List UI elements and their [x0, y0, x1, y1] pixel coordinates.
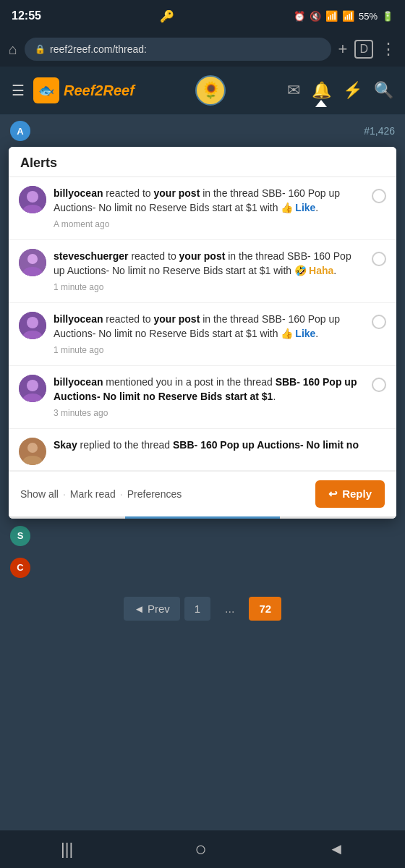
page-spacer: [0, 636, 405, 737]
svg-point-1: [27, 191, 38, 203]
search-icon[interactable]: 🔍: [374, 81, 393, 100]
thread-row-2: S: [0, 519, 405, 553]
alert-avatar-5: [19, 438, 46, 465]
alert-content-2: steveschuerger reacted to your post in t…: [54, 249, 364, 294]
pagination-dots: ...: [215, 597, 244, 621]
url-bar[interactable]: 🔒 reef2reef.com/thread:: [25, 38, 331, 61]
page-72-button[interactable]: 72: [249, 597, 281, 621]
alert-content-1: billyocean reacted to your post in the t…: [54, 186, 364, 231]
alerts-footer: Show all · Mark read · Preferences ↩ Rep…: [9, 471, 396, 516]
post-count: #1,426: [364, 125, 395, 137]
alert-avatar-3: [19, 312, 46, 339]
alert-time-2: 1 minute ago: [54, 281, 364, 294]
alert-item-3[interactable]: billyocean reacted to your post in the t…: [9, 303, 396, 366]
lock-icon: 🔒: [35, 44, 46, 54]
bottom-nav-bar: ||| ○ ◄: [0, 830, 405, 868]
alert-item-5[interactable]: Skay replied to the thread SBB- 160 Pop …: [9, 429, 396, 471]
svg-point-13: [27, 443, 38, 453]
alert-time-3: 1 minute ago: [54, 344, 364, 357]
battery-level: 55%: [359, 11, 378, 22]
thread-indicator-c: C: [10, 558, 30, 578]
scroll-track: [125, 516, 280, 519]
status-icons: ⏰ 🔇 📶 📶 55% 🔋: [294, 10, 393, 22]
logo-icon: 🐟: [33, 77, 59, 103]
alert-read-circle-1[interactable]: [372, 189, 386, 203]
bell-icon-wrapper[interactable]: 🔔: [312, 81, 331, 100]
scroll-indicator: [9, 516, 396, 519]
key-icon: 🔑: [160, 9, 174, 23]
alert-text-5: replied to the thread SBB- 160 Pop up Au…: [77, 439, 359, 451]
thread-row-background: A #1,426: [0, 115, 405, 147]
home-button[interactable]: ⌂: [9, 41, 17, 58]
status-time: 12:55: [12, 9, 41, 22]
alert-username-3[interactable]: billyocean: [54, 313, 103, 325]
alert-username-5[interactable]: Skay: [54, 439, 77, 451]
thread-indicator-s: S: [10, 526, 30, 546]
status-bar: 12:55 🔑 ⏰ 🔇 📶 📶 55% 🔋: [0, 0, 405, 32]
nav-home-button[interactable]: ○: [195, 838, 207, 861]
preferences-link[interactable]: Preferences: [127, 488, 182, 500]
alert-avatar-2: [19, 249, 46, 276]
alarm-icon: ⏰: [294, 11, 305, 22]
show-all-link[interactable]: Show all: [20, 488, 59, 500]
alert-username-1[interactable]: billyocean: [54, 187, 103, 199]
alert-read-circle-3[interactable]: [372, 315, 386, 329]
battery-icon: 🔋: [382, 11, 393, 22]
alert-avatar-1: [19, 186, 46, 213]
alert-content-5: Skay replied to the thread SBB- 160 Pop …: [54, 438, 386, 452]
thread-row-3: C: [0, 553, 405, 582]
reply-icon: ↩: [328, 488, 338, 501]
site-header: ☰ 🐟 Reef2Reef 🌻 ✉ 🔔 ⚡ 🔍: [0, 67, 405, 115]
alert-time-1: A moment ago: [54, 218, 364, 231]
alert-avatar-4: [19, 375, 46, 402]
alert-time-4: 3 minutes ago: [54, 407, 364, 420]
nav-menu-button[interactable]: |||: [61, 840, 73, 859]
mail-icon[interactable]: ✉: [287, 81, 300, 100]
header-left: ☰ 🐟 Reef2Reef: [12, 77, 135, 103]
bolt-icon[interactable]: ⚡: [343, 81, 362, 100]
alert-content-3: billyocean reacted to your post in the t…: [54, 312, 364, 357]
hamburger-menu-button[interactable]: ☰: [12, 82, 25, 99]
bell-icon[interactable]: 🔔: [312, 81, 331, 99]
site-logo[interactable]: 🐟 Reef2Reef: [33, 77, 135, 103]
wifi-icon: 📶: [325, 10, 338, 22]
user-avatar[interactable]: 🌻: [195, 75, 226, 106]
footer-sep-1: ·: [63, 488, 66, 500]
alerts-dropdown: Alerts billyocean reacted to your post i…: [9, 147, 396, 519]
svg-point-4: [27, 254, 38, 264]
alerts-header: Alerts: [9, 147, 396, 177]
alert-item-2[interactable]: steveschuerger reacted to your post in t…: [9, 240, 396, 303]
signal-icon: 📶: [342, 10, 354, 22]
tab-switcher-button[interactable]: D: [354, 40, 373, 59]
footer-sep-2: ·: [120, 488, 123, 500]
browser-menu-button[interactable]: ⋮: [380, 40, 396, 59]
page-1-button[interactable]: 1: [184, 597, 210, 621]
prev-page-button[interactable]: ◄ Prev: [124, 597, 180, 621]
alert-item[interactable]: billyocean reacted to your post in the t…: [9, 177, 396, 240]
reply-button[interactable]: ↩ Reply: [315, 480, 385, 508]
header-right: ✉ 🔔 ⚡ 🔍: [287, 81, 393, 100]
new-tab-button[interactable]: +: [338, 40, 348, 59]
pagination-row: ◄ Prev 1 ... 72: [0, 582, 405, 636]
bell-caret: [315, 100, 327, 107]
browser-bar: ⌂ 🔒 reef2reef.com/thread: + D ⋮: [0, 32, 405, 67]
reply-label: Reply: [342, 488, 372, 500]
svg-point-7: [27, 317, 38, 328]
alert-read-circle-4[interactable]: [372, 378, 386, 392]
alerts-title: Alerts: [20, 156, 57, 170]
alert-username-4[interactable]: billyocean: [54, 376, 103, 388]
logo-text: Reef2Reef: [64, 82, 135, 99]
svg-point-10: [27, 380, 38, 391]
alert-read-circle-2[interactable]: [372, 252, 386, 266]
thread-indicator-a: A: [10, 121, 30, 141]
nav-back-button[interactable]: ◄: [328, 840, 344, 859]
alert-content-4: billyocean mentioned you in a post in th…: [54, 375, 364, 420]
alert-item-4[interactable]: billyocean mentioned you in a post in th…: [9, 366, 396, 429]
url-text: reef2reef.com/thread:: [50, 43, 320, 55]
alert-username-2[interactable]: steveschuerger: [54, 250, 129, 262]
mute-icon: 🔇: [310, 11, 321, 22]
mark-read-link[interactable]: Mark read: [70, 488, 116, 500]
